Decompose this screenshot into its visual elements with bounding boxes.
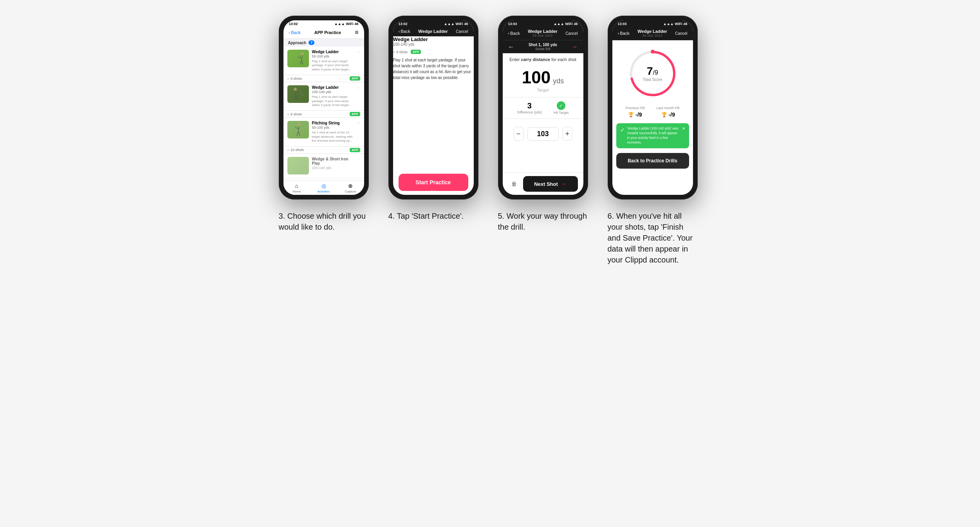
time-1: 13:02 [289, 22, 298, 26]
home-icon-1: ⌂ [295, 183, 298, 189]
detail-desc-2: Play 1 shot at each target yardage. If y… [393, 57, 474, 81]
phone-screen-1: 13:02 ▲▲▲ WiFi 46 ‹ Back APP Practice ≡ [283, 20, 364, 195]
back-btn-2[interactable]: ‹ Back [399, 29, 410, 34]
notch-1 [312, 20, 336, 27]
plus-btn-3[interactable]: + [563, 127, 572, 141]
input-row-3: − 103 + [508, 124, 578, 144]
shot-nav-score-3: Score 5/9 [529, 47, 557, 51]
detail-shots-2: ○ 9 shots [393, 50, 408, 54]
drill-item-1[interactable]: Wedge Ladder 50-100 yds Play 1 shot at e… [283, 47, 364, 75]
status-bar-4: 13:03 ▲▲▲ WiFi 46 [612, 20, 693, 27]
drill-thumb-1 [287, 50, 309, 67]
wifi-1: WiFi [346, 22, 354, 26]
phone-section-3: 13:03 ▲▲▲ WiFi 46 ‹ Back Wedge Ladder 06 [498, 16, 592, 232]
notch-4 [641, 20, 664, 27]
phone-section-1: 13:02 ▲▲▲ WiFi 46 ‹ Back APP Practice ≡ [279, 16, 373, 232]
shot-nav-info-3: Shot 1, 100 yds Score 5/9 [529, 43, 557, 51]
hit-target-icon-3: ✓ [557, 101, 565, 110]
drill-info-2: Wedge Ladder 100-140 yds Play 1 shot at … [312, 85, 354, 107]
signal-1: ▲▲▲ [334, 22, 345, 26]
detail-shots-row-2: ○ 9 shots APP [393, 50, 474, 54]
detail-badge-2: APP [411, 50, 421, 54]
trophy-icon-2: 🏆 [661, 112, 667, 117]
wifi-3: WiFi [565, 22, 573, 26]
next-arrow-3: → [561, 181, 567, 187]
drill-item-4[interactable]: Wedge & Short Iron Play 100-140 yds ☆ [283, 154, 364, 178]
star-detail-2[interactable]: ☆ [470, 36, 474, 41]
time-4: 13:03 [618, 22, 627, 26]
tab-home-label-1: Home [292, 190, 301, 193]
cancel-btn-2[interactable]: Cancel [456, 29, 468, 34]
distance-input-3[interactable]: 103 [527, 127, 559, 141]
shots-1: ○ 9 shots [287, 77, 302, 81]
drill-range-1: 50-100 yds [312, 54, 354, 58]
nav-title-2: Wedge Ladder [418, 29, 448, 34]
phone-frame-3: 13:03 ▲▲▲ WiFi 46 ‹ Back Wedge Ladder 06 [498, 16, 588, 200]
carry-label-3: Enter carry distance for each shot [503, 53, 583, 64]
screen3-footer-3: 🗑 Next Shot → [503, 173, 583, 195]
next-shot-arrow-3[interactable]: → [572, 43, 578, 50]
drill-item-2[interactable]: Wedge Ladder 100-140 yds Play 1 shot at … [283, 82, 364, 111]
target-unit-3: yds [553, 77, 564, 85]
cancel-btn-3[interactable]: Cancel [565, 31, 578, 36]
phones-container: 13:02 ▲▲▲ WiFi 46 ‹ Back APP Practice ≡ [279, 16, 702, 265]
shot-nav-title-3: Shot 1, 100 yds [529, 43, 557, 47]
success-close-4[interactable]: ✕ [682, 126, 685, 131]
shots-2: ○ 9 shots [287, 112, 302, 116]
score-circle-container-4: 7/9 Total Score [612, 40, 693, 103]
drill-thumb-4 [287, 157, 309, 174]
back-drills-btn-4[interactable]: Back to Practice Drills [616, 153, 689, 169]
back-btn-4[interactable]: ‹ Back [618, 31, 630, 36]
star-4[interactable]: ☆ [357, 157, 360, 161]
back-btn-3[interactable]: ‹ Back [508, 31, 520, 36]
drill-footer-2: ○ 9 shots APP [283, 111, 364, 118]
cancel-btn-4[interactable]: Cancel [675, 31, 687, 36]
drill-name-3: Pitching String [312, 121, 354, 125]
nav-title-sub-3: 06 Mar 2023 [528, 34, 558, 38]
star-2[interactable]: ☆ [357, 85, 360, 90]
caption-4: 6. When you've hit all your shots, tap '… [608, 210, 698, 265]
tab-activities-1[interactable]: ◎ Activities [310, 183, 337, 193]
drill-thumb-2 [287, 85, 309, 103]
shots-3: ○ 10 shots [287, 148, 304, 152]
svg-point-39 [651, 50, 655, 54]
next-shot-btn-3[interactable]: Next Shot → [523, 176, 578, 192]
svg-point-8 [294, 88, 297, 91]
drill-item-3[interactable]: Pitching String 55-100 yds Hit 1 shot at… [283, 118, 364, 146]
success-text-4: 'Wedge Ladder (100-140 yds)' was created… [627, 126, 680, 145]
nav-bar-1: ‹ Back APP Practice ≡ [283, 27, 364, 39]
next-shot-label-3: Next Shot [534, 181, 558, 187]
wifi-2: WiFi [456, 22, 463, 26]
prev-shot-btn-3[interactable]: ← [508, 43, 514, 50]
detail-name-2: Wedge Ladder 100-140 yds [393, 36, 428, 48]
star-1[interactable]: ☆ [357, 50, 360, 54]
notch-2 [422, 20, 445, 27]
drill-thumb-3 [287, 121, 309, 138]
success-icon-4: ✓ [620, 127, 625, 133]
notch-3 [531, 20, 555, 27]
tab-capture-1[interactable]: ⊕ Capture [337, 183, 364, 193]
back-btn-1[interactable]: ‹ Back [289, 30, 301, 35]
tab-home-1[interactable]: ⌂ Home [283, 183, 310, 193]
minus-btn-3[interactable]: − [514, 127, 523, 141]
hit-target-stat-3: ✓ Hit Target [554, 101, 569, 115]
shot-nav-3: ← Shot 1, 100 yds Score 5/9 → [503, 40, 583, 53]
nav-bar-3: ‹ Back Wedge Ladder 06 Mar 2023 Cancel [503, 27, 583, 40]
svg-point-1 [301, 52, 304, 55]
signal-2: ▲▲▲ [444, 22, 455, 26]
delete-btn-3[interactable]: 🗑 [508, 179, 520, 189]
wifi-4: WiFi [675, 22, 682, 26]
svg-rect-7 [287, 85, 309, 103]
status-bar-1: 13:02 ▲▲▲ WiFi 46 [283, 20, 364, 27]
menu-btn-1[interactable]: ≡ [355, 29, 358, 36]
lastmonth-pb-label-4: Last month PB [657, 106, 680, 110]
signal-3: ▲▲▲ [554, 22, 564, 26]
phone-section-2: 13:02 ▲▲▲ WiFi 46 ‹ Back Wedge Ladder Ca… [388, 16, 482, 221]
phone-frame-2: 13:02 ▲▲▲ WiFi 46 ‹ Back Wedge Ladder Ca… [388, 16, 478, 200]
star-3[interactable]: ☆ [357, 121, 360, 125]
start-practice-btn-2[interactable]: Start Practice [399, 174, 468, 191]
section-badge-1: 7 [309, 40, 314, 45]
target-display-3: 100 yds Target [503, 64, 583, 94]
status-right-2: ▲▲▲ WiFi 46 [444, 22, 468, 26]
svg-point-15 [298, 123, 301, 126]
